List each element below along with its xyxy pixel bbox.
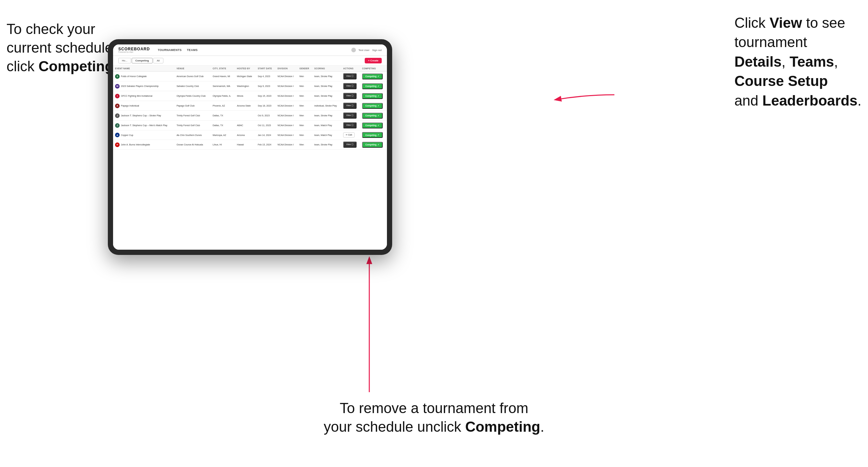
tab-all[interactable]: All: [153, 58, 163, 63]
edit-button[interactable]: ✏ Edit: [343, 132, 354, 137]
annotation-top-left: To check your current schedule, click Co…: [6, 20, 118, 76]
cell-gender: Men: [298, 111, 312, 121]
table-row: J Jackson T. Stephens Cup – Stroke Play …: [113, 111, 387, 121]
competing-button[interactable]: Competing: [362, 113, 383, 119]
tablet-device: SCOREBOARD Powered by clipd TOURNAMENTS …: [108, 39, 392, 255]
cell-event-name: I OFCC Fighting Illini Invitational: [113, 91, 175, 101]
cell-division: NCAA Division I: [276, 91, 298, 101]
col-scoring: SCORING: [312, 66, 341, 71]
cell-division: NCAA Division I: [276, 111, 298, 121]
create-button[interactable]: + Create: [365, 58, 382, 63]
cell-venue: Trinity Forest Golf Club: [175, 121, 211, 130]
cell-event-name: H John A. Burns Intercollegiate: [113, 140, 175, 150]
col-venue: VENUE: [175, 66, 211, 71]
cell-city: Lihue, HI: [211, 140, 235, 150]
competing-button[interactable]: Competing: [362, 73, 383, 80]
table-row: I OFCC Fighting Illini Invitational Olym…: [113, 91, 387, 101]
brand-title: SCOREBOARD: [118, 47, 150, 51]
cell-hosted: Arizona State: [235, 101, 256, 111]
cell-division: NCAA Division I: [276, 71, 298, 82]
cell-gender: Men: [298, 82, 312, 91]
cell-hosted: [235, 111, 256, 121]
cell-city: Maricopa, AZ: [211, 130, 235, 140]
cell-hosted: ABAC: [235, 121, 256, 130]
cell-date: Sep 4, 2023: [256, 71, 276, 82]
user-avatar: [351, 48, 356, 52]
tab-competing[interactable]: Competing: [132, 58, 153, 63]
cell-scoring: team, Stroke Play: [312, 140, 341, 150]
view-button[interactable]: View ⓘ: [343, 103, 356, 109]
cell-city: Dallas, TX: [211, 121, 235, 130]
nav-tournaments[interactable]: TOURNAMENTS: [158, 47, 182, 53]
nav-teams[interactable]: TEAMS: [187, 47, 198, 53]
cell-hosted: Michigan State: [235, 71, 256, 82]
tablet-screen: SCOREBOARD Powered by clipd TOURNAMENTS …: [113, 44, 387, 250]
competing-button[interactable]: Competing: [362, 93, 383, 99]
view-button[interactable]: View ⓘ: [343, 73, 356, 80]
col-gender: GENDER: [298, 66, 312, 71]
cell-city: Dallas, TX: [211, 111, 235, 121]
scoreboard-brand: SCOREBOARD Powered by clipd: [118, 47, 150, 53]
cell-competing: Competing: [360, 130, 387, 140]
sign-out-link[interactable]: Sign out: [372, 49, 382, 52]
cell-date: Sep 9, 2023: [256, 82, 276, 91]
cell-city: Grand Haven, MI: [211, 71, 235, 82]
brand-subtitle: Powered by clipd: [118, 51, 150, 53]
competing-button[interactable]: Competing: [362, 132, 383, 138]
cell-city: Olympia Fields, IL: [211, 91, 235, 101]
nav-items: TOURNAMENTS TEAMS: [158, 47, 343, 53]
cell-scoring: team, Match Play: [312, 121, 341, 130]
view-button[interactable]: View ⓘ: [343, 83, 356, 89]
col-start-date: START DATE: [256, 66, 276, 71]
cell-hosted: Hawaii: [235, 140, 256, 150]
cell-competing: Competing: [360, 91, 387, 101]
cell-action: View ⓘ: [341, 121, 360, 130]
competing-button[interactable]: Competing: [362, 142, 383, 148]
cell-venue: Olympia Fields Country Club: [175, 91, 211, 101]
col-actions: ACTIONS: [341, 66, 360, 71]
cell-division: NCAA Division I: [276, 101, 298, 111]
cell-venue: Ocean Course At Hokuala: [175, 140, 211, 150]
cell-event-name: A Copper Cup: [113, 130, 175, 140]
cell-city: Sammamish, WA: [211, 82, 235, 91]
col-event-name: EVENT NAME: [113, 66, 175, 71]
competing-button[interactable]: Competing: [362, 83, 383, 89]
user-name: Test User: [359, 49, 370, 52]
cell-event-name: A Papago Individual: [113, 101, 175, 111]
competing-button[interactable]: Competing: [362, 123, 383, 128]
cell-date: Sep 18, 2023: [256, 101, 276, 111]
app-header: SCOREBOARD Powered by clipd TOURNAMENTS …: [113, 44, 387, 56]
tab-home[interactable]: Ho...: [118, 58, 131, 63]
cell-division: NCAA Division I: [276, 121, 298, 130]
cell-hosted: Arizona: [235, 130, 256, 140]
cell-competing: Competing: [360, 121, 387, 130]
view-button[interactable]: View ⓘ: [343, 113, 356, 119]
table-row: J Jackson T. Stephens Cup – Men's Match …: [113, 121, 387, 130]
cell-competing: Competing: [360, 111, 387, 121]
cell-venue: Papago Golf Club: [175, 101, 211, 111]
filter-tabs: Ho... Competing All: [118, 58, 163, 63]
cell-gender: Men: [298, 121, 312, 130]
table-header: EVENT NAME VENUE CITY, STATE HOSTED BY S…: [113, 66, 387, 71]
cell-scoring: team, Stroke Play: [312, 91, 341, 101]
competing-button[interactable]: Competing: [362, 103, 383, 109]
cell-date: Jan 14, 2024: [256, 130, 276, 140]
cell-competing: Competing: [360, 82, 387, 91]
cell-gender: Men: [298, 101, 312, 111]
cell-event-name: W 2023 Sahalee Players Championship: [113, 82, 175, 91]
cell-hosted: Washington: [235, 82, 256, 91]
cell-action: View ⓘ: [341, 82, 360, 91]
cell-venue: Trinity Forest Golf Club: [175, 111, 211, 121]
view-button[interactable]: View ⓘ: [343, 142, 356, 148]
col-competing: COMPETING: [360, 66, 387, 71]
view-button[interactable]: View ⓘ: [343, 122, 356, 128]
tournaments-table-container: EVENT NAME VENUE CITY, STATE HOSTED BY S…: [113, 66, 387, 250]
cell-event-name: J Jackson T. Stephens Cup – Stroke Play: [113, 111, 175, 121]
cell-competing: Competing: [360, 71, 387, 82]
cell-hosted: Illinois: [235, 91, 256, 101]
cell-date: Oct 9, 2023: [256, 111, 276, 121]
cell-action: View ⓘ: [341, 71, 360, 82]
cell-date: Feb 15, 2024: [256, 140, 276, 150]
view-button[interactable]: View ⓘ: [343, 93, 356, 99]
cell-action: ✏ Edit: [341, 130, 360, 140]
